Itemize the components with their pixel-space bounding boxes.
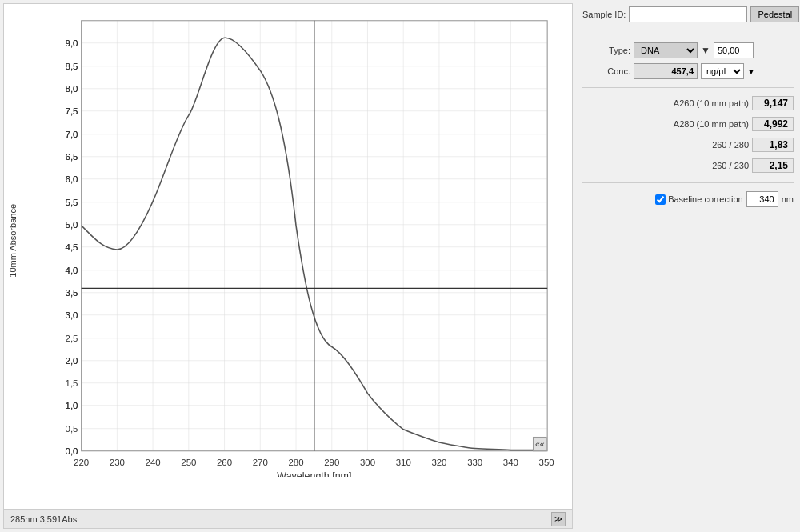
a260-row: A260 (10 mm path) 9,147 (582, 96, 794, 110)
sample-id-input[interactable] (629, 6, 747, 22)
svg-text:240: 240 (146, 457, 162, 467)
svg-text:7,5: 7,5 (66, 106, 78, 116)
svg-text:330: 330 (467, 457, 483, 467)
svg-text:250: 250 (181, 457, 197, 467)
chart-panel: 10mm Absorbance (3, 3, 573, 529)
svg-rect-0 (48, 12, 564, 477)
a260-value: 9,147 (752, 96, 794, 110)
conc-value-input[interactable] (634, 63, 698, 79)
svg-text:9,0: 9,0 (66, 38, 78, 48)
ratio-260-280-label: 260 / 280 (712, 140, 749, 150)
svg-text:4,0: 4,0 (66, 265, 78, 275)
svg-text:0,5: 0,5 (66, 423, 78, 434)
expand-icon[interactable]: ≫ (551, 512, 566, 526)
svg-text:320: 320 (431, 457, 447, 467)
svg-text:230: 230 (110, 457, 126, 467)
sample-id-row: Sample ID: Pedestal (582, 6, 794, 22)
ratio-260-280-row: 260 / 280 1,83 (582, 138, 794, 152)
status-text: 285nm 3,591Abs (10, 514, 77, 524)
y-axis-label: 10mm Absorbance (8, 204, 18, 278)
svg-text:1,0: 1,0 (66, 400, 78, 410)
separator-1 (582, 34, 794, 34)
baseline-nm-input[interactable] (746, 191, 778, 207)
svg-text:3,5: 3,5 (66, 287, 78, 298)
separator-2 (582, 87, 794, 88)
svg-text:310: 310 (396, 457, 412, 467)
a260-label: A260 (10 mm path) (674, 98, 749, 108)
ratio-260-230-label: 260 / 230 (712, 161, 749, 170)
svg-text:300: 300 (360, 457, 376, 467)
type-label: Type: (582, 46, 630, 55)
svg-text:7,0: 7,0 (66, 129, 78, 139)
svg-text:350: 350 (539, 457, 555, 467)
svg-text:270: 270 (253, 457, 269, 467)
baseline-correction-row: Baseline correction nm (582, 191, 794, 207)
ratio-260-280-value: 1,83 (752, 138, 794, 152)
type-select[interactable]: DNA RNA Protein (634, 42, 698, 58)
conc-label: Conc. (582, 66, 630, 76)
svg-text:290: 290 (324, 457, 340, 467)
svg-text:6,5: 6,5 (66, 151, 78, 162)
main-container: 10mm Absorbance (0, 0, 800, 532)
svg-text:4,5: 4,5 (66, 242, 78, 252)
a280-value: 4,992 (752, 117, 794, 131)
content-area: 10mm Absorbance (0, 0, 800, 532)
ratio-260-230-row: 260 / 230 2,15 (582, 158, 794, 173)
type-row: Type: DNA RNA Protein ▼ (582, 42, 794, 58)
type-number-input[interactable] (714, 42, 754, 58)
pedestal-button[interactable]: Pedestal (750, 6, 799, 22)
svg-text:0,0: 0,0 (66, 446, 78, 456)
svg-text:2,5: 2,5 (66, 333, 78, 343)
conc-row: Conc. ng/µl µg/ml µg/µl ▼ (582, 63, 794, 79)
status-bar: 285nm 3,591Abs ≫ (4, 509, 572, 528)
svg-text:««: «« (535, 439, 545, 449)
svg-text:280: 280 (288, 457, 304, 467)
svg-text:5,0: 5,0 (66, 219, 78, 230)
chart-area: 10mm Absorbance (4, 4, 572, 509)
svg-text:260: 260 (217, 457, 233, 467)
nm-label: nm (782, 194, 794, 204)
a280-row: A280 (10 mm path) 4,992 (582, 117, 794, 131)
svg-text:340: 340 (503, 457, 519, 467)
separator-3 (582, 182, 794, 183)
right-panel: Sample ID: Pedestal Type: DNA RNA Protei… (576, 0, 800, 532)
svg-text:Wavelength [nm]: Wavelength [nm] (277, 470, 351, 477)
ratio-260-230-value: 2,15 (752, 158, 794, 173)
baseline-correction-checkbox[interactable] (655, 194, 666, 205)
unit-select[interactable]: ng/µl µg/ml µg/µl (701, 63, 744, 79)
svg-text:1,5: 1,5 (66, 378, 78, 388)
chart-svg[interactable]: 0,0 1,0 2,0 3,0 3,5 4,0 4,5 5,0 5,5 6,0 … (48, 12, 564, 477)
svg-text:220: 220 (74, 457, 90, 467)
svg-text:8,5: 8,5 (66, 61, 78, 71)
sample-id-label: Sample ID: (582, 10, 626, 19)
svg-text:6,0: 6,0 (66, 174, 78, 184)
svg-text:8,0: 8,0 (66, 83, 78, 94)
svg-text:3,0: 3,0 (66, 310, 78, 320)
baseline-correction-label[interactable]: Baseline correction (655, 194, 743, 205)
svg-text:2,0: 2,0 (66, 355, 78, 366)
svg-text:5,5: 5,5 (66, 197, 78, 207)
a280-label: A280 (10 mm path) (674, 119, 749, 129)
